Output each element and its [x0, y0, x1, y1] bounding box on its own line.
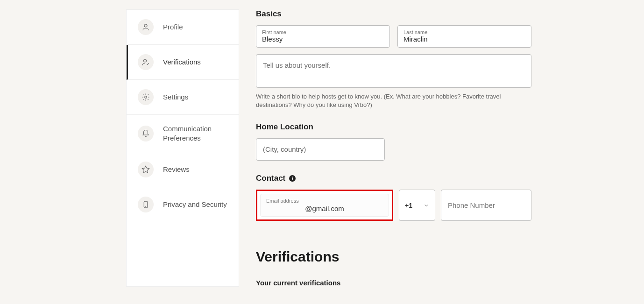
svg-point-2	[145, 96, 147, 99]
chevron-down-icon	[424, 203, 429, 208]
sidebar-item-profile[interactable]: Profile	[127, 10, 239, 45]
basics-title: Basics	[256, 9, 531, 19]
email-field[interactable]: Email address @gmail.com	[260, 194, 389, 217]
home-location-input[interactable]	[263, 145, 378, 153]
sidebar-item-label: Profile	[163, 22, 183, 32]
verifications-subheading: Your current verifications	[256, 279, 531, 287]
last-name-label: Last name	[403, 29, 525, 35]
sidebar: Profile Verifications Settings Communica…	[126, 9, 239, 287]
svg-point-0	[144, 24, 147, 27]
last-name-input[interactable]	[403, 35, 525, 43]
bio-textarea[interactable]	[263, 61, 524, 81]
last-name-field[interactable]: Last name	[397, 25, 531, 48]
sidebar-item-communication[interactable]: Communication Preferences	[127, 115, 239, 152]
svg-point-1	[144, 59, 147, 62]
first-name-label: First name	[262, 29, 384, 35]
phone-field[interactable]	[441, 190, 531, 221]
first-name-input[interactable]	[262, 35, 384, 43]
email-value: @gmail.com	[266, 205, 383, 212]
phone-icon	[138, 197, 154, 212]
sidebar-item-label: Privacy and Security	[163, 200, 227, 209]
person-check-icon	[138, 54, 154, 70]
sidebar-item-label: Communication Preferences	[163, 124, 227, 142]
first-name-field[interactable]: First name	[256, 25, 390, 48]
info-icon[interactable]: i	[289, 175, 296, 182]
phone-input[interactable]	[448, 201, 524, 209]
bio-helper-text: Write a short bio to help hosts get to k…	[256, 92, 531, 109]
bell-icon	[138, 126, 154, 141]
sidebar-item-label: Reviews	[163, 165, 190, 174]
home-location-title: Home Location	[256, 122, 531, 132]
home-location-field[interactable]	[256, 138, 385, 161]
sidebar-item-reviews[interactable]: Reviews	[127, 152, 239, 187]
sidebar-item-label: Settings	[163, 92, 188, 102]
gear-icon	[138, 89, 154, 105]
star-icon	[138, 162, 154, 177]
country-code-select[interactable]: +1	[399, 190, 435, 221]
email-highlight-box: Email address @gmail.com	[256, 190, 393, 221]
sidebar-item-verifications[interactable]: Verifications	[127, 45, 239, 80]
verifications-heading: Verifications	[256, 249, 531, 265]
sidebar-item-privacy[interactable]: Privacy and Security	[127, 187, 239, 222]
email-label: Email address	[266, 198, 383, 204]
bio-field[interactable]	[256, 54, 531, 88]
main-content: Basics First name Last name Write a shor…	[256, 9, 531, 287]
sidebar-item-settings[interactable]: Settings	[127, 80, 239, 115]
country-code-value: +1	[405, 202, 412, 209]
person-icon	[138, 19, 154, 35]
sidebar-item-label: Verifications	[163, 57, 201, 67]
contact-title: Contact i	[256, 174, 531, 183]
